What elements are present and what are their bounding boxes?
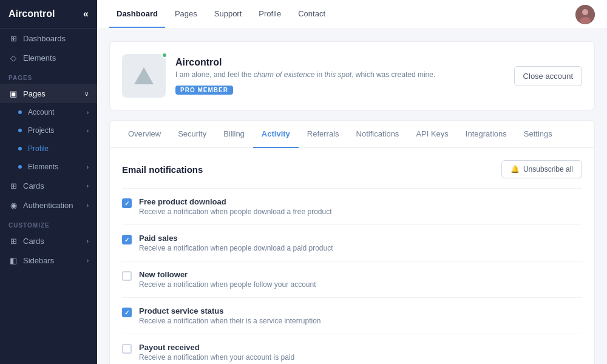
cards-icon: ⊞: [8, 181, 18, 190]
dot-icon: [18, 110, 22, 114]
sidebar-item-label: Dashboards: [23, 34, 66, 43]
tab-referrals[interactable]: Referrals: [299, 121, 348, 148]
topnav-link-dashboard[interactable]: Dashboard: [109, 1, 165, 28]
checkbox-new-follower[interactable]: [122, 271, 132, 281]
notif-item-product-service: Product service status Receive a notific…: [122, 297, 582, 334]
notif-label: Payout received: [139, 343, 582, 352]
sidebar-item-pages[interactable]: ▣ Pages ∨: [0, 84, 97, 103]
notif-label: Paid sales: [139, 234, 582, 243]
email-notifications-section: Email notifications 🔔 Unsubscribe all Fr…: [110, 148, 594, 364]
chevron-right-icon: ›: [87, 202, 89, 209]
tab-notifications[interactable]: Notifications: [348, 121, 408, 148]
sidebar-item-elements2[interactable]: Elements ›: [0, 158, 97, 176]
notif-item-payout-received: Payout received Receive a notification w…: [122, 334, 582, 364]
auth-icon: ◉: [8, 200, 18, 210]
tab-billing[interactable]: Billing: [215, 121, 253, 148]
checkbox-input[interactable]: [122, 198, 132, 208]
bell-icon: 🔔: [510, 165, 520, 174]
tab-api-keys[interactable]: API Keys: [407, 121, 456, 148]
checkbox-input[interactable]: [122, 271, 132, 281]
unsubscribe-label: Unsubscribe all: [523, 165, 573, 174]
svg-point-2: [580, 17, 591, 24]
notif-desc: Receive a notification when people downl…: [139, 244, 582, 252]
checkbox-input[interactable]: [122, 308, 132, 317]
tab-activity[interactable]: Activity: [253, 121, 299, 148]
sidebar-item-cards[interactable]: ⊞ Cards ›: [0, 176, 97, 195]
chevron-right-icon: ›: [87, 127, 89, 134]
sidebar-item-projects[interactable]: Projects ›: [0, 121, 97, 140]
topnav-link-contact[interactable]: Contact: [291, 1, 333, 28]
tabs-row: Overview Security Billing Activity Refer…: [110, 121, 594, 148]
notif-desc: Receive a notification when people follo…: [139, 280, 582, 289]
avatar[interactable]: [575, 5, 595, 24]
notif-item-paid-sales: Paid sales Receive a notification when p…: [122, 224, 582, 261]
sidebar-item-authentication[interactable]: ◉ Authentication ›: [0, 195, 97, 215]
tab-overview[interactable]: Overview: [120, 121, 169, 148]
checkbox-input[interactable]: [122, 344, 132, 354]
profile-avatar-box: [122, 54, 166, 98]
sidebar-item-elements[interactable]: ◇ Elements: [0, 48, 97, 67]
tab-security[interactable]: Security: [169, 121, 215, 148]
checkbox-paid-sales[interactable]: [122, 235, 132, 244]
sidebar: Aircontrol « ⊞ Dashboards ◇ Elements PAG…: [0, 0, 97, 364]
sidebar-item-label: Cards: [23, 237, 44, 246]
sidebar-item-label: Authentication: [23, 201, 73, 210]
pages-section-label: PAGES: [0, 67, 97, 84]
close-account-button[interactable]: Close account: [514, 66, 582, 86]
email-notifications-title: Email notifications: [122, 164, 203, 175]
sidebar-item-profile[interactable]: Profile: [0, 140, 97, 158]
main-content: Dashboard Pages Support Profile Contact …: [97, 0, 607, 364]
sidebar-item-sidebars[interactable]: ◧ Sidebars ›: [0, 251, 97, 270]
chevron-right-icon: ›: [87, 109, 89, 116]
collapse-icon[interactable]: «: [83, 8, 89, 19]
pro-badge: PRO MEMBER: [175, 86, 233, 95]
checkbox-free-download[interactable]: [122, 198, 132, 208]
topnav-link-pages[interactable]: Pages: [168, 1, 205, 28]
chevron-right-icon: ›: [87, 183, 89, 189]
notif-text: Free product download Receive a notifica…: [139, 197, 582, 216]
sidebar-item-account[interactable]: Account ›: [0, 103, 97, 121]
checkbox-product-service[interactable]: [122, 308, 132, 317]
notif-label: Free product download: [139, 197, 582, 206]
svg-point-1: [582, 9, 588, 15]
notif-desc: Receive a notification when their is a s…: [139, 317, 582, 325]
sidebar-item-dashboards[interactable]: ⊞ Dashboards: [0, 29, 97, 48]
chevron-right-icon: ›: [87, 257, 89, 264]
pages-icon: ▣: [8, 89, 18, 98]
tab-settings[interactable]: Settings: [515, 121, 561, 148]
sidebar-item-label: Account: [28, 108, 54, 116]
sidebar-item-label: Profile: [28, 144, 49, 153]
topnav-links: Dashboard Pages Support Profile Contact: [109, 1, 575, 28]
unsubscribe-all-button[interactable]: 🔔 Unsubscribe all: [501, 160, 582, 178]
notif-item-new-follower: New follower Receive a notification when…: [122, 261, 582, 297]
content-area: Aircontrol I am alone, and feel the char…: [97, 29, 607, 364]
sidebars-icon: ◧: [8, 255, 18, 265]
tab-integrations[interactable]: Integrations: [457, 121, 515, 148]
dot-icon: [18, 147, 22, 150]
topnav-link-profile[interactable]: Profile: [251, 1, 288, 28]
profile-info: Aircontrol I am alone, and feel the char…: [175, 57, 514, 95]
profile-card: Aircontrol I am alone, and feel the char…: [109, 41, 595, 110]
sidebar-item-label: Elements: [23, 53, 56, 62]
notif-label: New follower: [139, 270, 582, 279]
cards2-icon: ⊞: [8, 236, 18, 246]
topnav-link-support[interactable]: Support: [207, 1, 249, 28]
sidebar-item-label: Sidebars: [23, 256, 54, 265]
notif-desc: Receive a notification when people downl…: [139, 207, 582, 216]
grid-icon: ⊞: [8, 33, 18, 43]
customize-section-label: CUSTOMIZE: [0, 215, 97, 231]
topnav: Dashboard Pages Support Profile Contact: [97, 0, 607, 29]
notif-text: Paid sales Receive a notification when p…: [139, 234, 582, 252]
checkbox-input[interactable]: [122, 235, 132, 244]
sidebar-item-label: Cards: [23, 181, 44, 190]
avatar-triangle: [134, 67, 154, 84]
checkbox-payout-received[interactable]: [122, 344, 132, 354]
sidebar-item-label: Projects: [28, 126, 54, 135]
chevron-right-icon: ›: [87, 238, 89, 244]
section-header: Email notifications 🔔 Unsubscribe all: [122, 160, 582, 178]
notif-text: Product service status Receive a notific…: [139, 306, 582, 325]
sidebar-item-cards2[interactable]: ⊞ Cards ›: [0, 231, 97, 251]
notif-desc: Receive a notification when your account…: [139, 353, 582, 362]
chevron-down-icon: ∨: [84, 90, 89, 97]
app-title: Aircontrol: [8, 8, 55, 19]
